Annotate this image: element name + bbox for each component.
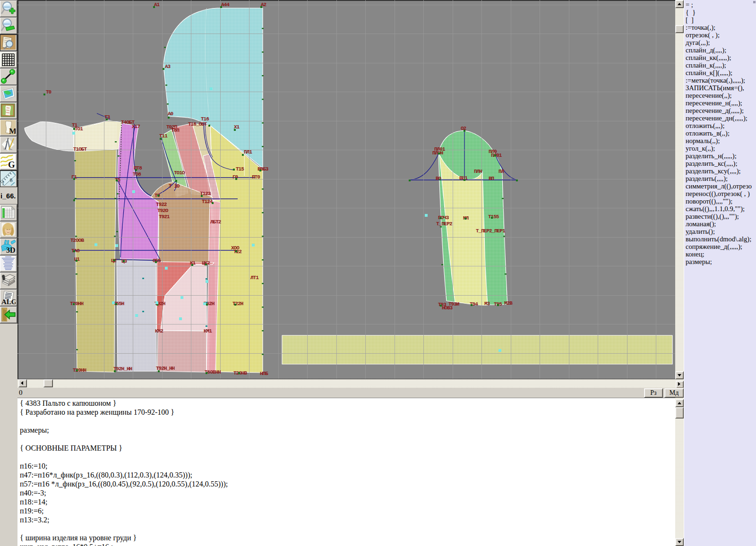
svg-text:М3: М3 <box>484 301 490 307</box>
svg-text:3D: 3D <box>6 246 16 254</box>
svg-text:А44: А44 <box>221 2 230 8</box>
svg-text:Т_ПЕР2_ПЕР1: Т_ПЕР2_ПЕР1 <box>476 228 506 234</box>
svg-text:Т1ОБТ: Т1ОБТ <box>73 146 87 152</box>
svg-text:А0: А0 <box>168 111 173 117</box>
svg-text:ТО1О: ТО1О <box>174 170 185 176</box>
svg-text:НОВ3: НОВ3 <box>442 305 453 311</box>
svg-text:Т124: Т124 <box>202 199 213 205</box>
svg-text:M: M <box>9 127 16 135</box>
svg-text:Т22: Т22 <box>233 249 241 255</box>
svg-text:Т922: Т922 <box>156 202 167 207</box>
svg-text:G: G <box>8 160 15 169</box>
svg-text:Т 1О: Т 1О <box>169 183 180 189</box>
svg-text:ALG: ALG <box>1 298 16 305</box>
svg-text:КМ1: КМ1 <box>204 328 212 334</box>
svg-text:Т921: Т921 <box>159 214 170 220</box>
svg-text:ЛТ1: ЛТ1 <box>250 275 259 281</box>
svg-text:ВВБ3: ВВБ3 <box>258 166 269 172</box>
svg-text:Т55Н: Т55Н <box>113 301 124 307</box>
svg-text:ТО8: ТО8 <box>133 171 141 177</box>
svg-text:Т20НН: Т20НН <box>73 367 86 373</box>
svg-text:Т0: Т0 <box>46 89 52 95</box>
svg-text:A: A <box>6 141 7 143</box>
svg-text:Т_ПЕР2: Т_ПЕР2 <box>436 221 452 227</box>
svg-text:Т92Н_НН: Т92Н_НН <box>113 366 132 372</box>
svg-text:Х17: Х17 <box>132 124 140 129</box>
svg-text:i_66.: i_66. <box>0 192 16 200</box>
svg-text:ПЛ01: ПЛ01 <box>491 153 502 158</box>
svg-text:М2В: М2В <box>504 300 513 306</box>
svg-text:А3: А3 <box>165 64 171 69</box>
svg-text:В0: В0 <box>436 176 441 181</box>
svg-text:Т20НН: Т20НН <box>70 301 83 307</box>
svg-text:Т155: Т155 <box>488 214 499 220</box>
svg-text:ЛБТ2: ЛБТ2 <box>210 219 221 225</box>
svg-text:ПЛН: ПЛН <box>474 169 482 174</box>
svg-text:ТО1: ТО1 <box>75 126 83 132</box>
svg-text:ТАО: ТАО <box>71 248 80 254</box>
svg-text:ПЛ1: ПЛ1 <box>244 149 252 155</box>
svg-text:Т92О: Т92О <box>157 208 169 213</box>
svg-text:Т20НВ: Т20НВ <box>233 370 247 376</box>
svg-text:Т15: Т15 <box>236 166 244 172</box>
svg-text:ОБ5: ОБ5 <box>153 258 161 264</box>
svg-text:Т8П: Т8П <box>171 128 179 133</box>
svg-text:ПЛ: ПЛ <box>498 169 504 174</box>
svg-text:Т2ООВ: Т2ООВ <box>70 238 84 243</box>
svg-text:Т22Н: Т22Н <box>232 301 243 307</box>
svg-text:Т5: Т5 <box>115 177 121 183</box>
svg-text:НПБ: НПБ <box>260 371 268 376</box>
svg-text:ПЛ0Н: ПЛ0Н <box>432 150 443 156</box>
svg-text:ПТ8: ПТ8 <box>134 165 142 171</box>
svg-text:ПТ0: ПТ0 <box>252 174 260 180</box>
svg-text:КМ2: КМ2 <box>155 328 163 334</box>
svg-text:Т16_ОБТ: Т16_ОБТ <box>188 121 207 127</box>
svg-text:ВП: ВП <box>489 176 494 181</box>
